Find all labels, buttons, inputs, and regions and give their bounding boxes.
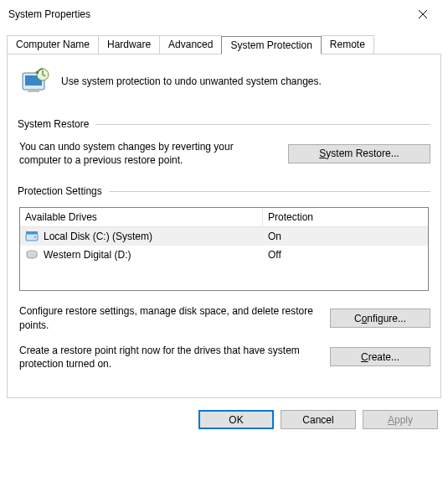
divider <box>95 124 430 125</box>
system-restore-button[interactable]: System Restore... <box>288 144 430 163</box>
drive-cell: Local Disk (C:) (System) <box>20 227 263 246</box>
tab-computer-name[interactable]: Computer Name <box>7 35 99 54</box>
create-button[interactable]: Create... <box>330 347 430 366</box>
create-description: Create a restore point right now for the… <box>18 344 318 371</box>
intro-text: Use system protection to undo unwanted s… <box>61 75 322 87</box>
intro-row: Use system protection to undo unwanted s… <box>18 65 430 98</box>
ok-button[interactable]: OK <box>198 410 274 429</box>
close-button[interactable] <box>406 3 440 26</box>
divider <box>109 191 430 192</box>
column-header-protection[interactable]: Protection <box>263 208 428 226</box>
table-row[interactable]: Local Disk (C:) (System)On <box>20 227 428 246</box>
system-restore-description: You can undo system changes by reverting… <box>18 140 276 167</box>
dialog-button-row: OK Cancel Apply <box>0 405 448 438</box>
configure-row: Configure restore settings, manage disk … <box>18 304 430 331</box>
system-protection-icon <box>18 65 51 98</box>
configure-button[interactable]: Configure... <box>330 308 430 328</box>
drives-table: Available Drives Protection Local Disk (… <box>19 207 429 291</box>
column-header-drives[interactable]: Available Drives <box>20 208 263 226</box>
drive-cell: Western Digital (D:) <box>20 246 263 264</box>
titlebar: System Properties <box>0 0 448 27</box>
group-protection-settings-label: Protection Settings <box>18 185 102 197</box>
drives-table-header: Available Drives Protection <box>20 208 428 227</box>
drives-table-body: Local Disk (C:) (System)OnWestern Digita… <box>20 227 428 264</box>
protection-cell: Off <box>263 246 428 263</box>
system-restore-row: You can undo system changes by reverting… <box>18 140 430 167</box>
group-protection-settings: Protection Settings <box>18 185 430 197</box>
tab-hardware[interactable]: Hardware <box>98 35 160 54</box>
svg-point-7 <box>34 236 36 238</box>
svg-rect-2 <box>28 90 39 92</box>
group-system-restore: System Restore <box>18 118 430 130</box>
table-row[interactable]: Western Digital (D:)Off <box>20 246 428 264</box>
cancel-button[interactable]: Cancel <box>281 410 356 429</box>
group-system-restore-label: System Restore <box>18 118 89 130</box>
tab-remote[interactable]: Remote <box>321 35 374 54</box>
drive-name: Western Digital (D:) <box>44 249 131 261</box>
close-icon <box>418 9 428 19</box>
tab-advanced[interactable]: Advanced <box>159 35 222 54</box>
window-title: System Properties <box>8 8 90 20</box>
create-row: Create a restore point right now for the… <box>18 344 430 371</box>
configure-description: Configure restore settings, manage disk … <box>18 304 318 331</box>
protection-cell: On <box>263 228 428 245</box>
external-disk-icon <box>25 248 39 262</box>
apply-button[interactable]: Apply <box>363 410 438 429</box>
system-properties-window: System Properties Computer Name Hardware… <box>0 0 448 438</box>
svg-rect-6 <box>26 231 38 234</box>
tab-system-protection[interactable]: System Protection <box>221 36 321 54</box>
tab-strip: Computer Name Hardware Advanced System P… <box>0 27 448 54</box>
drive-name: Local Disk (C:) (System) <box>44 231 152 242</box>
tab-panel-system-protection: Use system protection to undo unwanted s… <box>7 54 441 398</box>
local-disk-icon <box>25 230 39 243</box>
